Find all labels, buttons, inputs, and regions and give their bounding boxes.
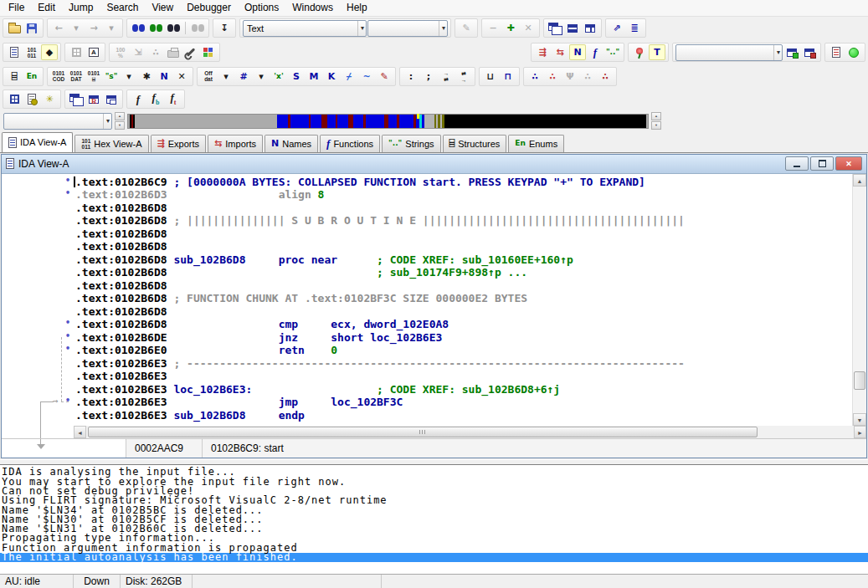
scroll-left-icon[interactable]: ◄ bbox=[74, 426, 86, 438]
disassembly-line[interactable]: .text:0102B6D8 sub_102B6D8 proc near ; C… bbox=[2, 253, 866, 267]
menu-search[interactable]: Search bbox=[100, 1, 145, 14]
undefine-button[interactable]: ✕ bbox=[173, 69, 190, 84]
disassembly-line[interactable]: →•.text:0102B6E3 jmp loc_102BF3C bbox=[2, 396, 866, 409]
disassembly-line[interactable]: .text:0102B6D8 bbox=[2, 240, 866, 253]
op-divide-button[interactable]: ⌿ bbox=[341, 69, 357, 84]
hex-dump-view-button[interactable]: 101011 bbox=[23, 44, 40, 60]
disassembly-line[interactable]: .text:0102B6E3 sub_102B6D8 endp bbox=[2, 409, 866, 422]
scroll-up-icon[interactable]: ▲ bbox=[853, 174, 866, 187]
op-bitwise-not-button[interactable]: ~ bbox=[358, 69, 375, 84]
del-stack-variable-button[interactable]: ⇄→ bbox=[455, 69, 472, 84]
chart-xrefs-user-button[interactable]: ∴ bbox=[597, 69, 614, 84]
setup-wrench-button[interactable] bbox=[182, 44, 199, 60]
edit-comment-button[interactable]: ✎ bbox=[376, 69, 393, 84]
output-line[interactable]: The initial autoanalysis has been finish… bbox=[0, 553, 868, 562]
spin-up-icon[interactable]: ▲ bbox=[115, 112, 125, 120]
manual-operand-button[interactable]: M bbox=[306, 69, 322, 84]
restore-button[interactable] bbox=[810, 156, 834, 171]
open-file-button[interactable] bbox=[6, 20, 23, 36]
semicolon-comment-button[interactable]: ; bbox=[420, 69, 437, 84]
disassembly-line[interactable]: .text:0102B6D8 ; sub_10174F9+898↑p ... bbox=[2, 266, 866, 279]
horizontal-scrollbar[interactable]: ◄ ► bbox=[2, 426, 866, 438]
run-script-button[interactable] bbox=[23, 91, 40, 107]
menu-edit[interactable]: Edit bbox=[31, 1, 62, 14]
disassembly-line[interactable]: .text:0102B6D8 bbox=[2, 305, 866, 319]
scroll-down-icon[interactable]: ▼ bbox=[853, 413, 866, 426]
spin-up-icon[interactable]: ▲ bbox=[651, 112, 661, 120]
make-code-button[interactable]: 0101COD bbox=[50, 69, 67, 84]
analysis-indicator-button[interactable] bbox=[845, 44, 862, 60]
disassembly-line[interactable]: .text:0102B6D8 bbox=[2, 279, 866, 293]
disassembly-line[interactable]: .text:0102B6D8 bbox=[2, 202, 866, 215]
windows-cascade-button[interactable] bbox=[547, 20, 563, 36]
disassembly-line[interactable]: •.text:0102B6E0 retn 0 bbox=[2, 344, 866, 357]
close-button[interactable]: ✕ bbox=[835, 156, 862, 171]
open-strings-button[interactable]: ".." bbox=[604, 44, 621, 60]
navband-spinner-left[interactable]: ▲ ▼ bbox=[115, 112, 125, 130]
disassembly-line[interactable]: .text:0102B6D8 ; FUNCTION CHUNK AT .text… bbox=[2, 292, 866, 305]
desktop-combo[interactable]: ▾ bbox=[675, 44, 783, 61]
chart-callees-button[interactable]: ∴ bbox=[544, 69, 561, 84]
make-segment-button[interactable]: S bbox=[288, 69, 305, 84]
string-menu-button[interactable]: ▾ bbox=[121, 69, 137, 84]
disassembly-line[interactable]: •.text:0102B6C9 ; [0000000A BYTES: COLLA… bbox=[2, 176, 866, 189]
type-libraries-button[interactable]: T bbox=[649, 44, 665, 60]
disassembly-line[interactable]: .text:0102B6E3 bbox=[2, 370, 866, 383]
highlight-combo[interactable]: ▾ bbox=[367, 20, 448, 37]
menu-file[interactable]: File bbox=[2, 1, 31, 14]
open-enums-button[interactable]: En bbox=[23, 69, 40, 84]
search-binary-button[interactable] bbox=[130, 20, 146, 36]
search-text-button[interactable] bbox=[147, 20, 164, 36]
open-imports-button[interactable]: ⇆ bbox=[552, 44, 568, 60]
open-exports-button[interactable]: ⇶ bbox=[534, 44, 551, 60]
output-window[interactable]: IDA is analysing the input file...You ma… bbox=[0, 464, 868, 574]
tab-imports[interactable]: ⇆Imports bbox=[208, 135, 263, 152]
make-array-button[interactable]: ✱ bbox=[138, 69, 155, 84]
text-view-button[interactable] bbox=[6, 44, 23, 60]
flower-button[interactable] bbox=[631, 44, 648, 60]
horizontal-scrollbar-track[interactable] bbox=[86, 426, 854, 438]
tab-functions[interactable]: fFunctions bbox=[320, 135, 380, 152]
disassembly-line[interactable]: .text:0102B6D8 bbox=[2, 228, 866, 241]
vertical-scrollbar[interactable]: ▲ ▼ bbox=[852, 174, 866, 427]
calculator-blue-button[interactable] bbox=[6, 91, 23, 107]
menu-view[interactable]: View bbox=[145, 1, 180, 14]
windows-tile-vertical-button[interactable] bbox=[582, 20, 598, 36]
rename-button[interactable]: N bbox=[156, 69, 172, 84]
disassembly-line[interactable]: •.text:0102B6D3 align 8 bbox=[2, 188, 866, 202]
make-data-button[interactable]: 0101DAT bbox=[68, 69, 85, 84]
tab-names[interactable]: NNames bbox=[265, 135, 318, 152]
edit-function-button[interactable]: f bbox=[130, 91, 146, 107]
navband-spinner-right[interactable]: ▲ ▼ bbox=[651, 112, 661, 130]
tab-structures[interactable]: ⌸Structures bbox=[443, 135, 507, 152]
menu-jump[interactable]: Jump bbox=[62, 1, 100, 14]
search-immediate-button[interactable] bbox=[165, 20, 182, 36]
search-combo[interactable]: Text▾ bbox=[243, 20, 367, 37]
menu-windows[interactable]: Windows bbox=[285, 1, 340, 14]
save-database-button[interactable] bbox=[23, 20, 40, 36]
diamond-button[interactable]: ◆ bbox=[41, 44, 58, 60]
menu-help[interactable]: Help bbox=[340, 1, 374, 14]
disassembly-line[interactable]: •.text:0102B6D8 cmp ecx, dword_102E0A8 bbox=[2, 318, 866, 331]
open-names-button[interactable]: N bbox=[569, 44, 586, 60]
disassembly-line[interactable]: .text:0102B6E3 ; -----------------------… bbox=[2, 357, 866, 371]
script-file-button[interactable] bbox=[828, 44, 845, 60]
recent-window-button[interactable]: R bbox=[85, 91, 102, 107]
disassembly-line[interactable]: .text:0102B6E3 loc_102B6E3: ; CODE XREF:… bbox=[2, 383, 866, 396]
make-const-button[interactable]: K bbox=[323, 69, 340, 84]
tab-hex-view-a[interactable]: 101011Hex View-A bbox=[74, 135, 148, 152]
offset-data-button[interactable]: Offdat bbox=[200, 69, 217, 84]
colon-comment-button[interactable]: : bbox=[403, 69, 419, 84]
save-desktop-button[interactable] bbox=[783, 44, 800, 60]
make-char-button[interactable]: 'x' bbox=[270, 69, 287, 84]
window-resize-button[interactable]: ⇗ bbox=[609, 20, 625, 36]
plugin-gear-button[interactable]: ✳ bbox=[41, 91, 58, 107]
spin-down-icon[interactable]: ▼ bbox=[115, 121, 125, 130]
navigation-band[interactable] bbox=[127, 114, 649, 129]
open-stack-frame-button[interactable]: ⊔ bbox=[482, 69, 499, 84]
chart-callers-button[interactable]: ∴ bbox=[526, 69, 543, 84]
tab-ida-view-a[interactable]: IDA View-A bbox=[2, 132, 73, 152]
tab-enums[interactable]: EnEnums bbox=[508, 135, 564, 152]
windows-group-button[interactable] bbox=[103, 91, 120, 107]
spin-down-icon[interactable]: ▼ bbox=[651, 121, 661, 130]
